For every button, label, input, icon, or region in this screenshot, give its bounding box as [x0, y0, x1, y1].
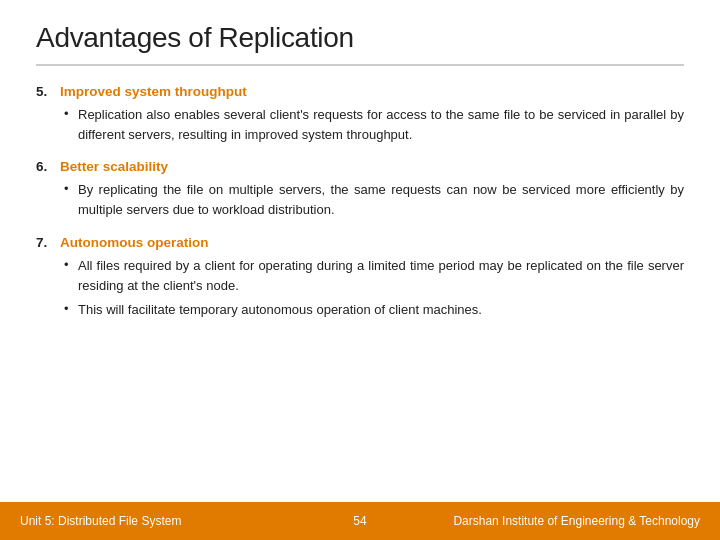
section-5-bullet-text-1: Replication also enables several client'… [78, 105, 684, 145]
section-5-bullet-1: • Replication also enables several clien… [36, 105, 684, 145]
section-6-title: Better scalability [60, 159, 168, 174]
bullet-icon: • [64, 181, 78, 196]
slide: Advantages of Replication 5. Improved sy… [0, 0, 720, 540]
footer-left: Unit 5: Distributed File System [20, 514, 330, 528]
section-5: 5. Improved system throughput • Replicat… [36, 84, 684, 145]
section-7-bullet-1: • All files required by a client for ope… [36, 256, 684, 296]
section-7-bullet-text-2: This will facilitate temporary autonomou… [78, 300, 482, 320]
title-divider [36, 64, 684, 66]
section-6: 6. Better scalability • By replicating t… [36, 159, 684, 220]
main-content: Advantages of Replication 5. Improved sy… [0, 0, 720, 502]
section-7-bullet-text-1: All files required by a client for opera… [78, 256, 684, 296]
bullet-icon: • [64, 106, 78, 121]
section-6-bullet-text-1: By replicating the file on multiple serv… [78, 180, 684, 220]
section-5-number: 5. [36, 84, 60, 99]
section-7-title: Autonomous operation [60, 235, 209, 250]
section-7-bullet-2: • This will facilitate temporary autonom… [36, 300, 684, 320]
bullet-icon: • [64, 301, 78, 316]
footer-right: Darshan Institute of Engineering & Techn… [390, 514, 700, 528]
section-7: 7. Autonomous operation • All files requ… [36, 235, 684, 320]
footer: Unit 5: Distributed File System 54 Darsh… [0, 502, 720, 540]
section-6-bullet-1: • By replicating the file on multiple se… [36, 180, 684, 220]
section-7-header: 7. Autonomous operation [36, 235, 684, 250]
section-6-number: 6. [36, 159, 60, 174]
section-6-header: 6. Better scalability [36, 159, 684, 174]
slide-title: Advantages of Replication [36, 22, 684, 54]
section-5-header: 5. Improved system throughput [36, 84, 684, 99]
footer-page-number: 54 [330, 514, 390, 528]
section-5-title: Improved system throughput [60, 84, 247, 99]
bullet-icon: • [64, 257, 78, 272]
section-7-number: 7. [36, 235, 60, 250]
